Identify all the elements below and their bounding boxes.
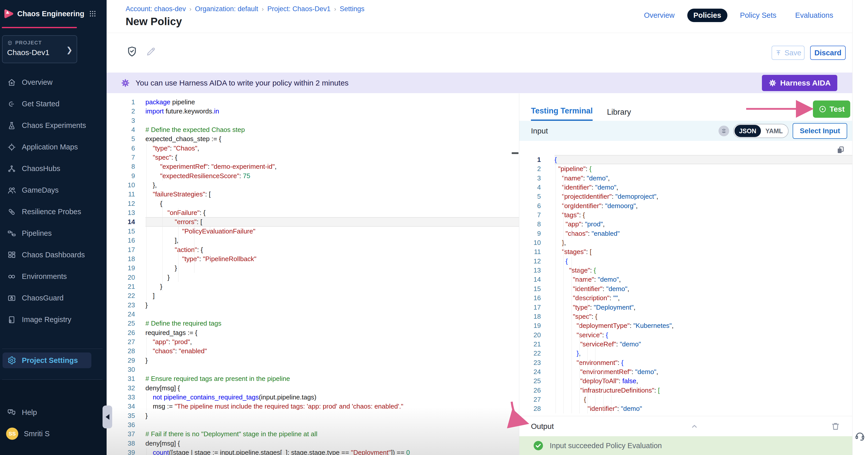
tab-testing-terminal[interactable]: Testing Terminal — [531, 106, 593, 121]
policy-code-editor[interactable]: 1package pipeline2import future.keywords… — [106, 93, 519, 455]
code-line[interactable]: 39 count([stage | stage := input.pipelin… — [106, 448, 519, 455]
sidebar-item-chaosguard[interactable]: ChaosGuard — [0, 287, 106, 309]
breadcrumb-item[interactable]: Organization: default — [195, 5, 258, 13]
code-line[interactable]: 19 } — [106, 263, 519, 272]
sidebar-item-environments[interactable]: Environments — [0, 266, 106, 287]
sidebar-item-resilience-probes[interactable]: Resilience Probes — [0, 201, 106, 223]
sidebar-item-overview[interactable]: Overview — [0, 71, 106, 93]
sidebar-item-chaos-experiments[interactable]: Chaos Experiments — [0, 115, 106, 136]
discard-button[interactable]: Discard — [810, 46, 846, 60]
code-line[interactable]: 28 "identifier": "demo" — [519, 404, 852, 413]
code-line[interactable]: 25# Define the required tags — [106, 319, 519, 328]
code-line[interactable]: 13 "onFailure": { — [106, 208, 519, 217]
code-line[interactable]: 22 ] — [106, 291, 519, 300]
code-line[interactable]: 16 ], — [106, 236, 519, 245]
code-line[interactable]: 22 }, — [519, 349, 852, 358]
sidebar-item-get-started[interactable]: Get Started — [0, 93, 106, 115]
code-line[interactable]: 21 "serviceRef": "demo" — [519, 339, 852, 349]
help-button[interactable]: Help — [0, 404, 106, 421]
code-line[interactable]: 26 "infrastructureDefinitions": [ — [519, 386, 852, 395]
format-toggle[interactable]: JSONYAML — [733, 124, 789, 138]
select-input-button[interactable]: Select Input — [793, 123, 847, 139]
test-button[interactable]: Test — [813, 100, 850, 118]
sidebar-item-gamedays[interactable]: GameDays — [0, 180, 106, 201]
code-line[interactable]: 18 "type": "PipelineRollback" — [106, 254, 519, 263]
save-button[interactable]: Save — [772, 46, 805, 60]
project-selector[interactable]: PROJECT Chaos-Dev1 ❯ — [2, 35, 77, 63]
code-line[interactable]: 6 "orgIdentifier": "demoorg", — [519, 201, 852, 210]
code-line[interactable]: 24 — [106, 310, 519, 319]
code-line[interactable]: 30 — [106, 365, 519, 374]
code-line[interactable]: 26required_tags := { — [106, 328, 519, 337]
code-line[interactable]: 8 "experimentRef": "demo-experiment-id", — [106, 162, 519, 171]
code-line[interactable]: 14 "name": "demo", — [519, 275, 852, 284]
code-line[interactable]: 37# Fail if there is no "Deployment" sta… — [106, 429, 519, 438]
code-line[interactable]: 36 — [106, 420, 519, 429]
code-line[interactable]: 4 "identifier": "demo", — [519, 183, 852, 192]
code-line[interactable]: 20 } — [106, 273, 519, 282]
code-line[interactable]: 16 "description": "", — [519, 293, 852, 302]
sidebar-item-project-settings[interactable]: Project Settings — [3, 353, 91, 368]
format-option-json[interactable]: JSON — [735, 125, 761, 137]
module-grid-icon[interactable] — [89, 10, 96, 18]
code-line[interactable]: 14 "errors": [ — [106, 217, 519, 226]
sidebar-item-image-registry[interactable]: Image Registry — [0, 309, 106, 330]
panel-resize-handle[interactable] — [512, 152, 519, 154]
breadcrumb-item[interactable]: Settings — [340, 5, 365, 13]
code-line[interactable]: 2import future.keywords.in — [106, 106, 519, 116]
code-line[interactable]: 6 "type": "Chaos", — [106, 143, 519, 153]
sidebar-item-pipelines[interactable]: Pipelines — [0, 223, 106, 244]
tab-overview[interactable]: Overview — [638, 9, 681, 22]
code-line[interactable]: 27 "app": "prod", — [106, 337, 519, 347]
code-line[interactable]: 10 }, — [519, 238, 852, 247]
code-line[interactable]: 2 "pipeline": { — [519, 164, 852, 173]
sidebar-collapse-button[interactable] — [102, 405, 112, 428]
sidebar-item-chaos-dashboards[interactable]: Chaos Dashboards — [0, 244, 106, 266]
code-line[interactable]: 3 "name": "demo", — [519, 173, 852, 183]
sidebar-item-chaoshubs[interactable]: ChaosHubs — [0, 158, 106, 180]
code-line[interactable]: 31# Ensure required tags are present in … — [106, 374, 519, 383]
code-line[interactable]: 19 "deploymentType": "Kubernetes", — [519, 321, 852, 330]
code-line[interactable]: 1package pipeline — [106, 97, 519, 106]
tab-policies[interactable]: Policies — [687, 9, 727, 22]
code-line[interactable]: 38deny[msg] { — [106, 439, 519, 448]
code-line[interactable]: 20 "service": { — [519, 330, 852, 339]
code-line[interactable]: 12 { — [106, 199, 519, 208]
code-line[interactable]: 24 "environmentRef": "demo", — [519, 367, 852, 376]
code-line[interactable]: 32deny[msg] { — [106, 384, 519, 393]
code-line[interactable]: 12 { — [519, 257, 852, 266]
harness-logo[interactable] — [3, 8, 14, 19]
code-line[interactable]: 8 "app": "prod", — [519, 220, 852, 229]
trash-icon[interactable] — [831, 421, 841, 431]
code-line[interactable]: 3 — [106, 116, 519, 125]
code-line[interactable]: 9 "chaos": "enabled" — [519, 229, 852, 238]
code-line[interactable]: 11 "failureStrategies": [ — [106, 190, 519, 199]
code-line[interactable]: 7 "spec": { — [106, 153, 519, 162]
code-line[interactable]: 23 "environment": { — [519, 358, 852, 367]
code-line[interactable]: 15 "PolicyEvaluationFailure" — [106, 227, 519, 236]
code-line[interactable]: 9 "expectedResilienceScore": 75 — [106, 171, 519, 181]
code-line[interactable]: 1{ — [519, 155, 852, 164]
tab-evaluations[interactable]: Evaluations — [789, 9, 839, 22]
code-line[interactable]: 17 "type": "Deployment", — [519, 303, 852, 312]
code-line[interactable]: 13 "stage": { — [519, 266, 852, 275]
shield-check-icon[interactable] — [126, 46, 138, 57]
code-line[interactable]: 34 msg := "The pipeline must include the… — [106, 402, 519, 411]
breadcrumb-item[interactable]: Project: Chaos-Dev1 — [267, 5, 331, 13]
code-line[interactable]: 21 } — [106, 282, 519, 291]
code-line[interactable]: 28 "chaos": "enabled" — [106, 347, 519, 356]
code-line[interactable]: 17 "action": { — [106, 245, 519, 254]
code-line[interactable]: 25 "deployToAll": false, — [519, 376, 852, 386]
code-line[interactable]: 23} — [106, 300, 519, 310]
code-line[interactable]: 5 "projectIdentifier": "demoproject", — [519, 192, 852, 201]
input-editor[interactable]: 1{2 "pipeline": {3 "name": "demo",4 "ide… — [519, 141, 852, 416]
code-line[interactable]: 35} — [106, 411, 519, 420]
breadcrumb-item[interactable]: Account: chaos-dev — [126, 5, 186, 13]
code-line[interactable]: 11 "stages": [ — [519, 247, 852, 256]
code-line[interactable]: 29} — [106, 356, 519, 365]
code-line[interactable]: 4# Define the expected Chaos step — [106, 125, 519, 134]
tab-policy-sets[interactable]: Policy Sets — [734, 9, 782, 22]
chevron-up-icon[interactable] — [689, 421, 700, 431]
format-option-yaml[interactable]: YAML — [761, 125, 787, 137]
tab-library[interactable]: Library — [607, 107, 631, 121]
